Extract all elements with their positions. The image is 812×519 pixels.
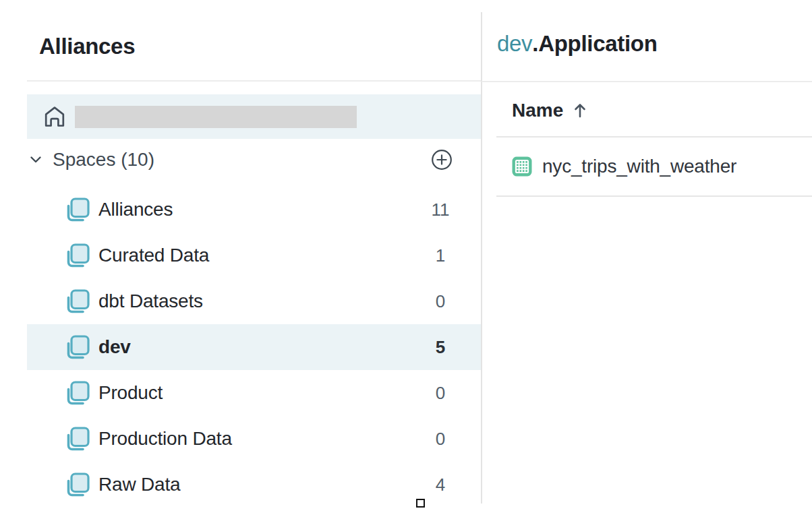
space-icon bbox=[63, 334, 90, 361]
space-icon bbox=[63, 379, 90, 407]
header-divider bbox=[482, 81, 812, 82]
space-name: Alliances bbox=[98, 199, 173, 220]
space-row[interactable]: Curated Data 1 bbox=[27, 233, 481, 278]
space-icon bbox=[63, 242, 90, 270]
row-divider bbox=[496, 195, 812, 197]
home-icon bbox=[41, 103, 68, 130]
spaces-section-label: Spaces (10) bbox=[53, 149, 154, 171]
breadcrumb: dev.Application bbox=[497, 31, 658, 57]
sort-ascending-icon bbox=[573, 102, 587, 119]
space-count: 1 bbox=[426, 245, 455, 266]
space-name: dbt Datasets bbox=[98, 291, 203, 312]
space-name: Production Data bbox=[98, 428, 232, 450]
space-name: Product bbox=[98, 382, 163, 404]
panel-divider bbox=[481, 12, 482, 503]
space-list: Alliances 11 Curated Data 1 bbox=[27, 187, 481, 508]
space-count: 11 bbox=[426, 200, 455, 220]
redacted-home-label bbox=[75, 106, 357, 128]
spaces-section-header[interactable]: Spaces (10) bbox=[27, 144, 481, 175]
home-item[interactable] bbox=[27, 94, 481, 139]
breadcrumb-entity: Application bbox=[538, 31, 657, 56]
space-icon bbox=[63, 196, 90, 224]
space-icon bbox=[63, 425, 90, 453]
space-icon bbox=[63, 471, 90, 499]
space-count: 4 bbox=[426, 475, 455, 495]
space-row[interactable]: Production Data 0 bbox=[27, 416, 481, 462]
space-row[interactable]: Raw Data 4 bbox=[27, 462, 481, 508]
space-row[interactable]: dbt Datasets 0 bbox=[27, 278, 481, 324]
space-count: 5 bbox=[426, 337, 455, 358]
column-header-name[interactable]: Name bbox=[512, 100, 587, 121]
space-name: Curated Data bbox=[98, 245, 209, 266]
dataset-name: nyc_trips_with_weather bbox=[542, 156, 736, 177]
add-space-button[interactable] bbox=[430, 148, 453, 171]
space-count: 0 bbox=[426, 429, 455, 450]
plus-circle-icon bbox=[430, 148, 453, 171]
space-row[interactable]: Alliances 11 bbox=[27, 187, 481, 233]
breadcrumb-space-link[interactable]: dev bbox=[497, 31, 532, 56]
dataset-row[interactable]: nyc_trips_with_weather bbox=[497, 138, 812, 195]
cursor-artifact-square bbox=[416, 499, 425, 508]
space-row[interactable]: Product 0 bbox=[27, 370, 481, 416]
space-name: Raw Data bbox=[98, 474, 180, 495]
space-count: 0 bbox=[426, 291, 455, 312]
panel-title: Alliances bbox=[39, 34, 135, 59]
space-name: dev bbox=[98, 336, 131, 358]
space-count: 0 bbox=[426, 383, 455, 404]
column-label: Name bbox=[512, 100, 563, 121]
app-canvas: Alliances Spaces (10) bbox=[0, 0, 812, 519]
space-row[interactable]: dev 5 bbox=[27, 324, 481, 370]
chevron-down-icon[interactable] bbox=[28, 152, 43, 167]
breadcrumb-separator: . bbox=[532, 31, 538, 56]
panel-title-divider bbox=[27, 80, 481, 82]
table-icon bbox=[512, 156, 532, 177]
space-icon bbox=[63, 288, 90, 315]
